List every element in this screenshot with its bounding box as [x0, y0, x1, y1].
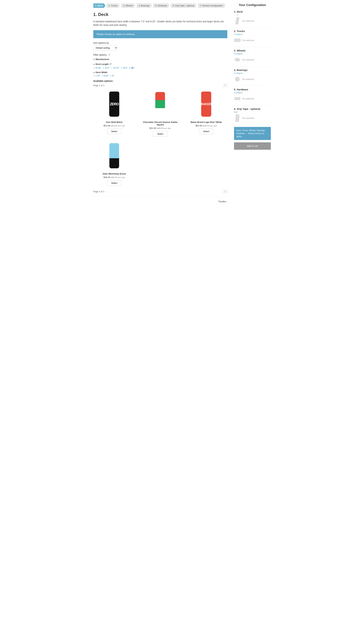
page-num-badge-bottom: 1	[223, 190, 227, 193]
check-icon: ✓	[121, 67, 122, 69]
bearings-no-selection: No selection	[242, 78, 255, 80]
config-bearings-action[interactable]: Configure	[234, 72, 271, 75]
hardware-no-selection: No selection	[242, 97, 255, 100]
deck-image-chocolate	[155, 92, 165, 116]
deck-image-baker: BAKER	[201, 92, 211, 117]
sidebar: Your Configuration 1. Deck … ✏ No select…	[234, 3, 271, 206]
config-bearings-title: 4. Bearings	[234, 69, 271, 71]
deck-icon	[234, 18, 241, 24]
config-grip-action[interactable]: Edit	[234, 111, 271, 113]
product-image-chocolate	[139, 89, 181, 119]
config-section-trucks: 2. Trucks Configure No selection	[234, 30, 271, 44]
select-button-baker[interactable]: Select	[199, 129, 213, 134]
breadcrumb-item-deck[interactable]: 1. Deck	[93, 3, 106, 8]
trucks-no-selection: No selection	[242, 39, 255, 41]
config-trucks-title: 2. Trucks	[234, 30, 271, 33]
deck-length-arrow-icon: ▲	[93, 63, 95, 65]
filter-section: Filter options ↺ ▼ Manufacturer ▲ Deck L…	[93, 53, 227, 77]
main-content: 1. Deck 2. Trucks 3. Wheels 4. Bearings …	[93, 3, 227, 206]
product-image-alien	[93, 141, 135, 171]
config-hardware-item: No selection	[234, 95, 271, 102]
wheels-no-selection: No selection	[242, 58, 255, 61]
next-nav[interactable]: Trucks ›	[218, 200, 227, 203]
deck-width-8[interactable]: ✓ 8"	[110, 75, 114, 77]
select-button-chocolate[interactable]: Select	[153, 131, 167, 137]
deck-no-selection: No selection	[242, 19, 255, 22]
check-blue-icon: ✓	[129, 67, 131, 69]
check-icon: ✓	[111, 67, 113, 69]
deck-length-toggle[interactable]: ▲ Deck Length ↺	[93, 62, 227, 66]
hardware-icon	[234, 95, 241, 102]
deck-width-775[interactable]: ✓ 7.75"	[93, 75, 100, 77]
deck-length-315[interactable]: ✓ 31.5"	[103, 67, 110, 69]
filter-refresh-icon[interactable]: ↺	[108, 53, 110, 56]
deck-length-3125[interactable]: ✓ 31.25"	[93, 67, 102, 69]
product-card-baker: BAKER Baker Brand Logo Red / White $52.6…	[185, 89, 227, 137]
select-button-alien[interactable]: Select	[107, 180, 121, 186]
sort-label: Sort options by	[93, 41, 227, 44]
deck-width-825[interactable]: ✓ 8.25"	[102, 75, 109, 77]
check-icon: ✓	[93, 75, 95, 77]
check-icon: ✓	[102, 75, 103, 77]
product-card-zero: ZERO Zero Bold Black $52.68 ($49.00 excl…	[93, 89, 135, 137]
product-card-chocolate: Chocolate Vincent Alvarez Subtle Square …	[139, 89, 181, 137]
product-card-alien: Alien Workshop Drone $49.45 ($46.00 excl…	[93, 141, 135, 186]
config-hardware-action[interactable]: Configure	[234, 92, 271, 94]
breadcrumb-item-bearings[interactable]: 4. Bearings	[137, 3, 152, 8]
breadcrumb-item-wheels[interactable]: 3. Wheels	[121, 3, 136, 8]
breadcrumb-item-review[interactable]: 7. Review Configuration	[198, 3, 226, 8]
grip-tape-icon	[234, 115, 241, 121]
product-name-alien: Alien Workshop Drone	[93, 173, 135, 175]
config-trucks-item: No selection	[234, 37, 271, 44]
manufacturer-toggle[interactable]: ▼ Manufacturer	[93, 58, 227, 60]
product-name-baker: Baker Brand Logo Red / White	[185, 121, 227, 123]
breadcrumb-nav: 1. Deck 2. Trucks 3. Wheels 4. Bearings …	[93, 3, 227, 8]
filter-group-deck-length: ▲ Deck Length ↺ ✓ 31.25" ✓ 31.5" ✓	[93, 62, 227, 69]
next-label: Trucks	[218, 200, 226, 203]
sidebar-title: Your Configuration	[234, 3, 271, 7]
config-grip-item: No selection	[234, 115, 271, 121]
deck-length-325[interactable]: ✓ 32.5"	[121, 67, 128, 69]
deck-length-3175[interactable]: ✓ 31.75"	[111, 67, 119, 69]
config-deck-item: No selection	[234, 18, 271, 24]
config-wheels-action[interactable]: Configure	[234, 53, 271, 55]
grip-no-selection: No selection	[242, 117, 255, 119]
deck-width-label: Deck Width	[95, 71, 107, 74]
config-bearings-item: No selection	[234, 76, 271, 82]
breadcrumb-item-grip-tape[interactable]: 6. Grip Tape - optional	[171, 3, 197, 8]
select-button-zero[interactable]: Select	[107, 129, 121, 134]
deck-length-label: Deck Length	[95, 63, 109, 65]
filter-label: Filter options	[93, 54, 107, 56]
check-icon: ✓	[110, 75, 112, 77]
warning-box: Deck, Trucks, Wheels, Bearings, Hardware…	[234, 127, 271, 140]
sort-section: Sort options by Default sorting	[93, 41, 227, 50]
breadcrumb-item-trucks[interactable]: 2. Trucks	[107, 3, 120, 8]
deck-image-alien	[109, 143, 119, 168]
breadcrumb-item-hardware[interactable]: 5. Hardware	[153, 3, 170, 8]
sort-select[interactable]: Default sorting	[93, 45, 117, 50]
manufacturer-label: Manufacturer	[95, 58, 109, 60]
trucks-icon	[234, 37, 241, 44]
product-name-chocolate: Chocolate Vincent Alvarez Subtle Square	[139, 121, 181, 126]
add-to-cart-button[interactable]: Add to cart	[234, 142, 271, 150]
config-trucks-action[interactable]: Configure	[234, 33, 271, 36]
deck-length-32[interactable]: ✓ 32"	[129, 67, 134, 69]
page-title: 1. Deck	[93, 12, 227, 17]
wheels-icon	[234, 56, 241, 63]
config-section-bearings: 4. Bearings Configure No selection	[234, 69, 271, 82]
deck-width-toggle[interactable]: ▲ Deck Width	[93, 71, 227, 74]
next-arrow-icon: ›	[226, 200, 227, 203]
deck-length-refresh-icon[interactable]: ↺	[109, 62, 111, 66]
product-price-baker: $52.68 ($49.00 excl. tax)	[185, 124, 227, 127]
deck-image-zero: ZERO	[109, 92, 119, 117]
config-deck-title: 1. Deck	[234, 10, 271, 13]
check-icon: ✓	[93, 67, 95, 69]
filter-group-manufacturer: ▼ Manufacturer	[93, 58, 227, 60]
config-section-hardware: 5. Hardware Configure No selection	[234, 88, 271, 102]
product-price-zero: $52.68 ($49.00 excl. tax)	[93, 124, 135, 127]
config-deck-action[interactable]: … ✏	[234, 14, 271, 16]
product-image-baker: BAKER	[185, 89, 227, 119]
check-icon: ✓	[103, 67, 104, 69]
config-wheels-item: No selection	[234, 56, 271, 63]
deck-length-tags: ✓ 31.25" ✓ 31.5" ✓ 31.75" ✓ 32.5"	[93, 67, 227, 69]
